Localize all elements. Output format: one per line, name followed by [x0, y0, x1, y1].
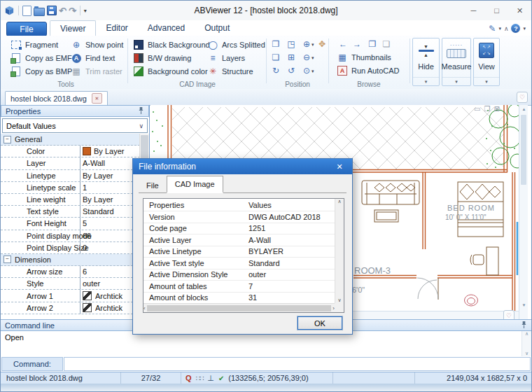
- dialog-tab-file[interactable]: File: [139, 178, 167, 192]
- refresh-view-icon[interactable]: ↺: [285, 65, 298, 76]
- table-row[interactable]: Active Text style Standard: [144, 258, 335, 270]
- new-file-icon[interactable]: [22, 6, 31, 16]
- style-dropdown-icon[interactable]: ▾: [498, 26, 501, 31]
- table-row[interactable]: Amount of tables 7: [144, 281, 335, 293]
- tab-editor[interactable]: Editor: [96, 20, 137, 35]
- help-dropdown-icon[interactable]: ▾: [523, 26, 526, 31]
- copy-as-emf-button[interactable]: Copy as EMF: [10, 52, 72, 64]
- dialog-horizontal-scrollbar[interactable]: ‹ ›: [144, 303, 335, 312]
- view-button[interactable]: ↖ ↗ ↙ ↘ View ▾: [473, 38, 500, 86]
- property-row[interactable]: Linetype scale 1: [1, 182, 140, 194]
- property-row[interactable]: Arrow 1 Archtick: [1, 290, 140, 302]
- table-row[interactable]: Version DWG AutoCAD 2018: [144, 211, 335, 223]
- property-row[interactable]: Color By Layer: [1, 146, 140, 158]
- scroll-down-icon[interactable]: ∨: [337, 298, 341, 303]
- dialog-vertical-scrollbar[interactable]: ∧ ∨: [335, 199, 344, 303]
- pin-icon[interactable]: [138, 106, 144, 116]
- save-file-icon[interactable]: [47, 6, 57, 15]
- collapse-box-icon[interactable]: −: [4, 136, 11, 144]
- table-row[interactable]: Amount of blocks 31: [144, 293, 335, 304]
- scroll-up-icon[interactable]: ∧: [525, 331, 528, 337]
- fragment-button[interactable]: Fragment: [10, 39, 58, 50]
- favorite-icon[interactable]: ♡: [517, 92, 528, 103]
- mdi-restore-icon[interactable]: ▭: [474, 105, 480, 113]
- pan-hand-icon[interactable]: ✥: [316, 38, 328, 50]
- property-row[interactable]: Point Display Size 0: [1, 242, 140, 254]
- canvas-vertical-scrollbar[interactable]: ▲ ▼: [519, 105, 528, 319]
- copy-view-icon[interactable]: ❏: [270, 52, 282, 63]
- collapse-ribbon-icon[interactable]: ∧: [504, 25, 509, 32]
- maximize-button[interactable]: □: [485, 1, 508, 20]
- property-row[interactable]: Layer A-Wall: [1, 158, 140, 169]
- command-history[interactable]: Open ∧ ∨: [1, 331, 531, 356]
- rotate-view-icon[interactable]: ↻: [270, 65, 282, 76]
- copy-as-bmp-button[interactable]: Copy as BMP: [10, 66, 72, 77]
- forward-icon[interactable]: →: [351, 38, 363, 50]
- structure-button[interactable]: ✳ Structure: [207, 66, 253, 77]
- property-row[interactable]: Style outer: [1, 278, 140, 290]
- table-row[interactable]: Active Dimension Style outer: [144, 270, 335, 281]
- layers-button[interactable]: ≡ Layers: [207, 52, 245, 64]
- quick-access-dropdown-icon[interactable]: ▾: [84, 8, 87, 14]
- redo-icon[interactable]: ↷: [69, 6, 76, 16]
- dialog-tab-cad-image[interactable]: CAD Image: [167, 176, 223, 193]
- ok-button[interactable]: OK: [298, 316, 342, 330]
- grid-icon[interactable]: ∷∷: [196, 374, 204, 382]
- bw-drawing-button[interactable]: B/W drawing: [133, 52, 191, 64]
- document-tab[interactable]: hostel block 2018.dwg ✕: [5, 91, 108, 105]
- help-icon[interactable]: ?: [511, 24, 520, 33]
- hide-dropdown-icon[interactable]: ▾: [413, 77, 439, 85]
- style-pencil-icon[interactable]: ✎: [489, 24, 496, 34]
- mdi-close-icon[interactable]: ⊠: [493, 105, 499, 113]
- zoom-in-dropdown-icon[interactable]: ▾: [312, 42, 314, 48]
- background-color-button[interactable]: Background color: [133, 66, 208, 77]
- black-background-button[interactable]: Black Background: [133, 39, 210, 50]
- find-text-button[interactable]: A Find text: [71, 52, 115, 64]
- new-view-icon[interactable]: ❐: [270, 38, 282, 50]
- undo-icon[interactable]: ↶: [59, 6, 66, 16]
- snap-icon[interactable]: Q: [186, 374, 192, 382]
- open-file-icon[interactable]: [34, 8, 45, 16]
- dialog-close-icon[interactable]: ✕: [332, 162, 346, 172]
- property-row[interactable]: Line weight By Layer: [1, 194, 140, 206]
- pin-icon[interactable]: [521, 321, 527, 330]
- scroll-up-icon[interactable]: ▲: [519, 105, 528, 113]
- property-row[interactable]: Point display mode 66: [1, 230, 140, 242]
- measure-button[interactable]: ····· Measure ▾: [442, 38, 471, 86]
- minimize-button[interactable]: ─: [462, 1, 485, 20]
- document-tab-close-icon[interactable]: ✕: [92, 93, 102, 104]
- property-row[interactable]: Linetype By Layer: [1, 170, 140, 182]
- property-row[interactable]: Arrow size 6: [1, 266, 140, 278]
- arcs-splitted-button[interactable]: ◯ Arcs Splitted: [207, 39, 265, 50]
- command-scrollbar[interactable]: ∧ ∨: [522, 331, 531, 356]
- close-button[interactable]: ✕: [508, 1, 531, 20]
- tab-viewer[interactable]: Viewer: [50, 20, 96, 36]
- property-group-row[interactable]: − Dimension: [1, 254, 140, 266]
- hide-button[interactable]: ▼ ▲ Hide ▾: [412, 38, 440, 86]
- view-dropdown-icon[interactable]: ▾: [474, 77, 499, 85]
- tab-output[interactable]: Output: [195, 20, 239, 35]
- scroll-down-icon[interactable]: ∨: [525, 351, 528, 356]
- zoom-extents-dropdown-icon[interactable]: ▾: [312, 69, 314, 74]
- ortho-icon[interactable]: ⊥: [207, 374, 214, 383]
- property-group-row[interactable]: − General: [1, 134, 140, 146]
- back-icon[interactable]: ←: [337, 38, 349, 50]
- mdi-tile-icon[interactable]: ❐: [484, 105, 490, 113]
- table-row[interactable]: Active Linetype BYLAYER: [144, 246, 335, 258]
- scroll-up-icon[interactable]: ∧: [337, 199, 341, 204]
- command-input[interactable]: [64, 357, 531, 371]
- properties-preset-select[interactable]: Default Values ∨: [2, 118, 148, 133]
- fit-view-icon[interactable]: ⊞: [285, 52, 298, 63]
- scrollbar-thumb[interactable]: [147, 305, 332, 312]
- property-row[interactable]: Text style Standard: [1, 206, 140, 218]
- measure-dropdown-icon[interactable]: ▾: [442, 77, 470, 85]
- file-menu-button[interactable]: File: [6, 22, 47, 36]
- prev-sheet-icon[interactable]: ❐: [366, 38, 379, 50]
- run-autocad-button[interactable]: A Run AutoCAD: [337, 65, 399, 76]
- dialog-title-bar[interactable]: File information ✕: [133, 159, 352, 174]
- osnap-icon[interactable]: ✔: [218, 374, 224, 382]
- show-point-button[interactable]: ⊕ Show point: [71, 39, 123, 50]
- property-row[interactable]: Arrow 2 Archtick: [1, 302, 140, 314]
- zoom-out-dropdown-icon[interactable]: ▾: [312, 55, 314, 61]
- table-row[interactable]: Active Layer A-Wall: [144, 234, 335, 246]
